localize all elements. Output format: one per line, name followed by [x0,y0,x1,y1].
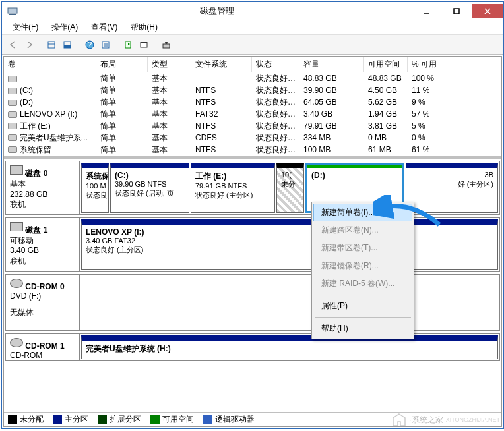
ctx-help[interactable]: 帮助(H) [313,320,412,337]
menubar: 文件(F) 操作(A) 查看(V) 帮助(H) [2,20,503,35]
svg-rect-1 [9,14,16,15]
partition-e[interactable]: 工作 (E:) 79.91 GB NTFS 状态良好 (主分区) [191,163,275,213]
help-button[interactable]: ? [82,38,97,52]
ctx-properties[interactable]: 属性(P) [313,297,412,315]
svg-rect-0 [8,8,17,13]
col-layout[interactable]: 布局 [96,57,148,72]
disk-row: CD-ROM 1 CD-ROM 完美者U盘维护系统 (H:) [5,333,500,362]
view2-button[interactable] [60,38,75,52]
ctx-new-raid5-volume: 新建 RAID-5 卷(W)... [313,275,412,293]
volume-row[interactable]: 系统保留简单基本NTFS状态良好 (...100 MB61 MB61 % [4,144,501,156]
wizard-button[interactable] [159,38,173,52]
disk-icon [10,222,23,231]
partition-sysreserved[interactable]: 系统保 100 M 状态良 [81,163,109,213]
titlebar[interactable]: 磁盘管理 [2,2,503,20]
svg-text:?: ? [88,40,92,49]
app-window: 磁盘管理 文件(F) 操作(A) 查看(V) 帮助(H) ? 卷 布局 类型 [1,1,504,429]
back-button [6,38,20,52]
close-button[interactable] [472,4,503,18]
col-status[interactable]: 状态 [252,57,299,72]
swatch-logical-icon [203,415,212,424]
disk-title: CD-ROM 0 [25,282,64,291]
svg-rect-2 [454,9,459,14]
svg-rect-11 [141,42,147,43]
swatch-primary-icon [53,415,62,424]
refresh-button[interactable] [121,38,135,52]
menu-action[interactable]: 操作(A) [46,20,83,34]
disk-row: CD-ROM 0 DVD (F:) 无媒体 [5,274,500,331]
ctx-new-spanned-volume: 新建跨区卷(N)... [313,221,412,239]
ctx-new-striped-volume: 新建带区卷(T)... [313,239,412,257]
menu-file[interactable]: 文件(F) [7,20,44,34]
partition-lenovo-xp[interactable]: LENOVO XP (I:) 3.40 GB FAT32 状态良好 (主分区) [81,219,498,270]
disk-title: CD-ROM 1 [25,341,64,351]
partition-unalloc[interactable]: 10( 未分 [276,163,304,213]
app-icon [7,6,18,16]
col-filesystem[interactable]: 文件系统 [191,57,252,72]
disk-row: 磁盘 0 基本 232.88 GB 联机 系统保 100 M 状态良 (C:) … [5,161,500,215]
svg-rect-5 [64,45,71,48]
watermark: ·系统之家 XITONGZHIJIA.NET [392,413,500,427]
menu-view[interactable]: 查看(V) [86,20,123,34]
cdrom-icon [10,338,23,347]
volume-row[interactable]: 完美者U盘维护系...简单基本CDFS状态良好 (...334 MB0 MB0 … [4,132,501,144]
props-button[interactable] [137,38,151,52]
window-title: 磁盘管理 [23,5,411,17]
toolbar: ? [2,35,503,55]
disk-row: 磁盘 1 可移动 3.40 GB 联机 LENOVO XP (I:) 3.40 … [5,217,500,272]
menu-help[interactable]: 帮助(H) [125,20,163,34]
content-area: 卷 布局 类型 文件系统 状态 容量 可用空间 % 可用 简单基本状态良好 (.… [3,56,502,427]
col-free[interactable]: 可用空间 [364,57,408,72]
ctx-new-simple-volume[interactable]: 新建简单卷(I)... [313,204,412,221]
disk-title: 磁盘 1 [25,225,47,235]
partition-cdrom1[interactable]: 完美者U盘维护系统 (H:) [81,335,498,360]
context-menu: 新建简单卷(I)... 新建跨区卷(N)... 新建带区卷(T)... 新建镜像… [311,202,414,339]
disk-title: 磁盘 0 [25,169,47,178]
maximize-button[interactable] [441,4,472,18]
disk-info[interactable]: 磁盘 1 可移动 3.40 GB 联机 [6,218,80,271]
col-capacity[interactable]: 容量 [299,57,364,72]
volume-row[interactable]: LENOVO XP (I:)简单基本FAT32状态良好 (...3.40 GB1… [4,108,501,120]
disk-info[interactable]: CD-ROM 0 DVD (F:) 无媒体 [6,275,80,330]
volume-row[interactable]: (D:)简单基本NTFS状态良好 (...64.05 GB5.62 GB9 % [4,96,501,108]
forward-button [22,38,36,52]
volume-list[interactable]: 简单基本状态良好 (...48.83 GB48.83 GB100 %(C:)简单… [4,72,501,156]
swatch-unalloc-icon [8,415,17,424]
graphical-view: 磁盘 0 基本 232.88 GB 联机 系统保 100 M 状态良 (C:) … [4,159,501,412]
swatch-free-icon [150,415,160,424]
disk-info[interactable]: 磁盘 0 基本 232.88 GB 联机 [6,161,80,214]
partition-ext[interactable]: 3B 好 (主分区) [406,163,498,213]
list-button[interactable] [98,38,113,52]
minimize-button[interactable] [411,4,441,18]
partition-c[interactable]: (C:) 39.90 GB NTFS 状态良好 (启动, 页 [110,163,189,213]
col-type[interactable]: 类型 [148,57,191,72]
svg-rect-12 [163,44,170,48]
svg-rect-3 [48,42,55,48]
cdrom-icon [10,279,23,288]
swatch-extended-icon [98,415,107,424]
svg-point-13 [165,42,168,44]
volume-row[interactable]: (C:)简单基本NTFS状态良好 (...39.90 GB4.50 GB11 % [4,84,501,96]
disk-icon [10,165,23,175]
volume-list-header: 卷 布局 类型 文件系统 状态 容量 可用空间 % 可用 [4,57,501,72]
col-pct[interactable]: % 可用 [408,57,447,72]
volume-row[interactable]: 工作 (E:)简单基本NTFS状态良好 (...79.91 GB3.81 GB5… [4,120,501,132]
volume-row[interactable]: 简单基本状态良好 (...48.83 GB48.83 GB100 % [4,72,501,84]
col-volume[interactable]: 卷 [4,57,96,72]
ctx-new-mirror-volume: 新建镜像卷(R)... [313,257,412,275]
disk-info[interactable]: CD-ROM 1 CD-ROM [6,334,80,361]
view1-button[interactable] [44,38,59,52]
